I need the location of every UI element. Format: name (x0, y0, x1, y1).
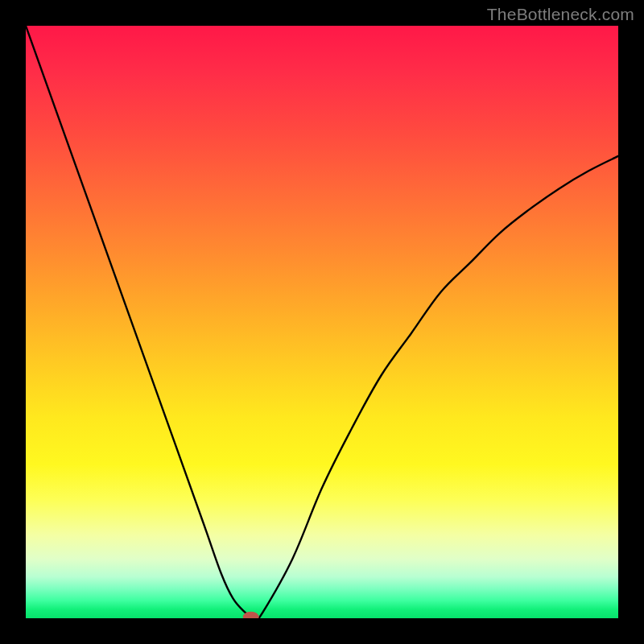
plot-area (26, 26, 618, 618)
curve-layer (26, 26, 618, 618)
chart-frame: TheBottleneck.com (0, 0, 644, 644)
minimum-marker (243, 612, 258, 618)
bottleneck-curve (26, 26, 618, 618)
attribution-text: TheBottleneck.com (487, 5, 634, 24)
